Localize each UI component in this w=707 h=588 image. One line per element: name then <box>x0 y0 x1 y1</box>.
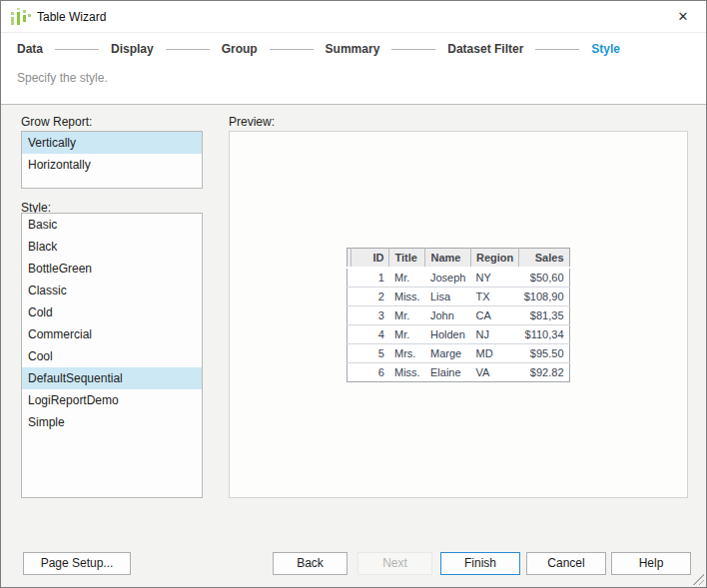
list-option-simple[interactable]: Simple <box>22 411 202 433</box>
preview-cell: Lisa <box>425 287 470 305</box>
preview-cell: NJ <box>470 324 518 343</box>
preview-cell: $110,34 <box>519 324 569 343</box>
preview-cell: Elaine <box>425 362 470 381</box>
preview-cell: Mrs. <box>389 343 425 362</box>
preview-cell: 5 <box>352 343 389 362</box>
preview-col-header-region: Region <box>470 248 518 268</box>
preview-col-header-sales: Sales <box>519 248 569 268</box>
list-option-commercial[interactable]: Commercial <box>22 323 202 345</box>
back-button[interactable]: Back <box>273 552 348 575</box>
window-title: Table Wizard <box>37 10 106 24</box>
preview-cell: Mr. <box>389 305 425 324</box>
preview-cell: John <box>425 305 470 324</box>
preview-col-header-id: ID <box>352 248 389 268</box>
preview-cell: 4 <box>352 324 389 343</box>
preview-panel: IDTitleNameRegionSales 1Mr.JosephNY$50,6… <box>229 131 688 498</box>
preview-table-row: 2Miss.LisaTX$108,90 <box>348 287 569 305</box>
step-connector <box>55 49 99 50</box>
list-option-cold[interactable]: Cold <box>22 301 202 323</box>
close-icon[interactable]: ✕ <box>674 8 692 26</box>
preview-cell: $81,35 <box>519 305 569 324</box>
preview-cell: Holden <box>425 324 470 343</box>
preview-cell: $95.50 <box>519 343 569 362</box>
step-summary[interactable]: Summary <box>326 42 380 56</box>
preview-cell: 3 <box>352 305 389 324</box>
preview-cell: Miss. <box>389 287 425 305</box>
preview-cell: TX <box>470 287 518 305</box>
list-option-black[interactable]: Black <box>22 236 202 258</box>
next-button-disabled: Next <box>357 552 432 575</box>
wizard-subtitle: Specify the style. <box>17 71 108 85</box>
help-button[interactable]: Help <box>611 552 691 575</box>
wizard-steps: DataDisplayGroupSummaryDataset FilterSty… <box>1 37 706 61</box>
list-option-horizontally[interactable]: Horizontally <box>22 154 202 176</box>
preview-cell: MD <box>470 343 518 362</box>
step-display[interactable]: Display <box>111 42 154 56</box>
table-wizard-dialog: Table Wizard ✕ DataDisplayGroupSummaryDa… <box>0 0 707 588</box>
preview-table-row: 6Miss.ElaineVA$92.82 <box>348 362 569 381</box>
preview-cell: VA <box>470 362 518 381</box>
style-listbox: BasicBlackBottleGreenClassicColdCommerci… <box>21 213 203 498</box>
list-option-logireportdemo[interactable]: LogiReportDemo <box>22 389 202 411</box>
preview-cell: $92.82 <box>519 362 569 381</box>
grow-report-label: Grow Report: <box>21 115 92 129</box>
preview-cell: Mr. <box>389 324 425 343</box>
preview-cell: NY <box>470 268 518 288</box>
list-option-cool[interactable]: Cool <box>22 345 202 367</box>
step-connector <box>166 49 210 50</box>
preview-label: Preview: <box>229 115 275 129</box>
list-option-bottlegreen[interactable]: BottleGreen <box>22 258 202 280</box>
preview-cell: Marge <box>425 343 470 362</box>
step-dataset-filter[interactable]: Dataset Filter <box>447 42 523 56</box>
page-setup-button[interactable]: Page Setup... <box>23 552 131 575</box>
preview-col-header-name: Name <box>425 248 470 268</box>
preview-cell: $50,60 <box>519 268 569 288</box>
preview-cell: 6 <box>352 362 389 381</box>
grow-report-listbox: VerticallyHorizontally <box>21 131 203 189</box>
preview-col-header-title: Title <box>389 248 425 268</box>
preview-cell: 1 <box>352 268 389 288</box>
step-connector <box>535 49 579 50</box>
dialog-content: Grow Report: VerticallyHorizontally Styl… <box>1 105 706 587</box>
list-option-basic[interactable]: Basic <box>22 214 202 236</box>
step-style[interactable]: Style <box>591 42 620 56</box>
list-option-defaultsequential[interactable]: DefaultSequential <box>22 367 202 389</box>
step-data[interactable]: Data <box>17 42 43 56</box>
preview-cell: Mr. <box>389 268 425 288</box>
preview-cell: $108,90 <box>519 287 569 305</box>
preview-table-row: 4Mr.HoldenNJ$110,34 <box>348 324 569 343</box>
app-logo-icon <box>11 8 31 26</box>
preview-table-body: 1Mr.JosephNY$50,602Miss.LisaTX$108,903Mr… <box>348 268 569 382</box>
preview-cell: Joseph <box>425 268 470 288</box>
list-option-classic[interactable]: Classic <box>22 280 202 301</box>
preview-table-row: 1Mr.JosephNY$50,60 <box>348 268 569 288</box>
cancel-button[interactable]: Cancel <box>526 552 606 575</box>
step-group[interactable]: Group <box>222 42 258 56</box>
title-bar: Table Wizard ✕ <box>1 1 706 33</box>
preview-cell: Miss. <box>389 362 425 381</box>
preview-table-row: 5Mrs.MargeMD$95.50 <box>348 343 569 362</box>
finish-button[interactable]: Finish <box>440 552 520 575</box>
preview-table-row: 3Mr.JohnCA$81,35 <box>348 305 569 324</box>
step-connector <box>270 49 314 50</box>
preview-table: IDTitleNameRegionSales 1Mr.JosephNY$50,6… <box>347 248 569 382</box>
list-option-vertically[interactable]: Vertically <box>22 132 202 154</box>
step-connector <box>391 49 435 50</box>
preview-cell: CA <box>470 305 518 324</box>
preview-cell: 2 <box>352 287 389 305</box>
preview-header-row: IDTitleNameRegionSales <box>348 248 569 268</box>
